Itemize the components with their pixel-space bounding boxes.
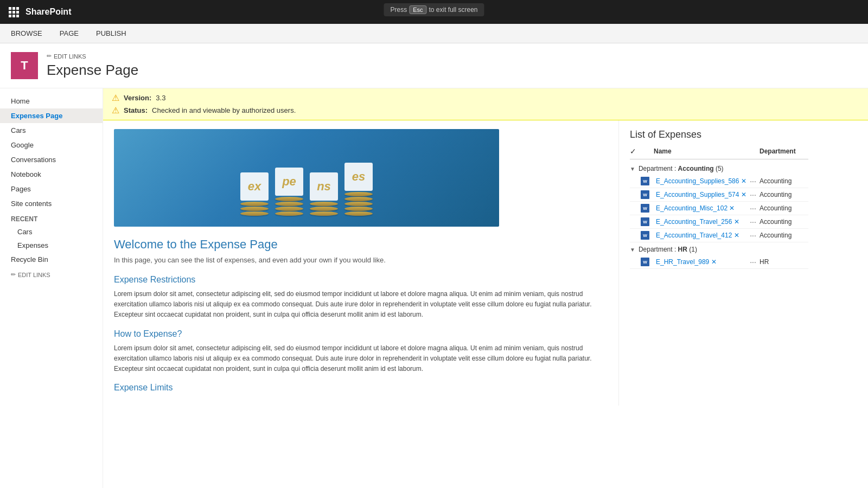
hero-image: ex pe — [114, 129, 499, 227]
sidebar-recent-expenses[interactable]: Expenses — [0, 239, 103, 252]
warning-icon-status: ⚠ — [112, 105, 119, 115]
file-name-3[interactable]: E_Accounting_Travel_256 ✕ — [656, 218, 746, 226]
name-header: Name — [654, 147, 760, 155]
pencil-icon: ✏ — [47, 53, 52, 60]
sidebar-item-conversations[interactable]: Conversations — [0, 152, 103, 167]
page-title: Expense Page — [47, 62, 138, 79]
main-content: ex pe — [103, 120, 868, 406]
section-body-0: Lorem ipsum dolor sit amet, consectetur … — [114, 289, 608, 320]
list-row: W E_Accounting_Supplies_586 ✕ ··· Accoun… — [630, 175, 808, 188]
coin-stack-pe: pe — [275, 168, 303, 216]
dept-header: Department — [760, 147, 808, 155]
check-header: ✓ — [630, 147, 641, 156]
doc-icon: W — [641, 231, 654, 240]
collapse-arrow-hr: ▼ — [630, 247, 635, 253]
coin-stacks: ex pe — [240, 163, 373, 216]
dept-value-1: Accounting — [760, 191, 808, 198]
coin-discs-ex — [240, 202, 269, 216]
esc-key: Esc — [409, 5, 426, 14]
more-button-1[interactable]: ··· — [746, 190, 760, 199]
coin-stack-ns: ns — [310, 172, 338, 216]
main-layout: Home Expenses Page Cars Google Conversat… — [0, 88, 868, 488]
coin-label-es: es — [344, 163, 373, 191]
more-button-2[interactable]: ··· — [746, 204, 760, 213]
welcome-title: Welcome to the Expense Page — [114, 237, 608, 252]
ribbon-tab-page[interactable]: PAGE — [58, 24, 81, 43]
status-value: Checked in and viewable by authorized us… — [152, 106, 296, 114]
coin-label-ex: ex — [240, 172, 269, 201]
ribbon-tab-browse[interactable]: BROWSE — [9, 24, 44, 43]
sidebar-item-google[interactable]: Google — [0, 138, 103, 152]
edit-links-top[interactable]: EDIT LINKS — [54, 53, 86, 60]
top-bar: SharePoint Press Esc to exit full screen — [0, 0, 868, 24]
version-value: 3.3 — [156, 94, 165, 102]
coin-discs-pe — [275, 197, 303, 216]
ribbon-tab-publish[interactable]: PUBLISH — [94, 24, 129, 43]
sidebar-item-expenses-page[interactable]: Expenses Page — [0, 108, 103, 123]
list-row: W E_Accounting_Travel_256 ✕ ··· Accounti… — [630, 215, 808, 229]
site-icon: T — [11, 52, 38, 79]
sidebar-item-pages[interactable]: Pages — [0, 182, 103, 196]
coin-discs-ns — [310, 202, 338, 216]
section-body-1: Lorem ipsum dolor sit amet, consectetur … — [114, 343, 608, 375]
sidebar: Home Expenses Page Cars Google Conversat… — [0, 88, 103, 488]
list-row: W E_Accounting_Travel_412 ✕ ··· Accounti… — [630, 229, 808, 242]
doc-icon: W — [641, 217, 654, 226]
doc-icon: W — [641, 177, 654, 185]
fullscreen-notice: Press Esc to exit full screen — [384, 3, 484, 16]
doc-icon: W — [641, 190, 654, 199]
doc-icon: W — [641, 204, 654, 213]
more-button-hr-0[interactable]: ··· — [746, 258, 760, 266]
content-left: ex pe — [103, 120, 618, 406]
dept-group-accounting[interactable]: ▼ Department : Accounting (5) — [630, 162, 808, 175]
sidebar-recent-cars[interactable]: Cars — [0, 225, 103, 239]
file-name-4[interactable]: E_Accounting_Travel_412 ✕ — [656, 232, 746, 239]
version-label: Version: — [124, 94, 151, 102]
pencil-icon-sidebar: ✏ — [11, 271, 16, 278]
sidebar-item-site-contents[interactable]: Site contents — [0, 196, 103, 211]
version-banner: ⚠ Version: 3.3 ⚠ Status: Checked in and … — [103, 88, 868, 120]
dept-group-hr[interactable]: ▼ Department : HR (1) — [630, 242, 808, 255]
page-header: T ✏ EDIT LINKS Expense Page — [0, 43, 868, 88]
file-name-0[interactable]: E_Accounting_Supplies_586 ✕ — [656, 177, 746, 185]
file-name-hr-0[interactable]: E_HR_Travel_989 ✕ — [656, 258, 746, 266]
app-title: SharePoint — [25, 7, 71, 17]
more-button-3[interactable]: ··· — [746, 217, 760, 226]
collapse-arrow-accounting: ▼ — [630, 166, 635, 172]
list-header: ✓ Name Department — [630, 147, 808, 159]
sidebar-item-home[interactable]: Home — [0, 94, 103, 108]
dept-value-4: Accounting — [760, 232, 808, 239]
coin-label-pe: pe — [275, 168, 303, 196]
dept-value-3: Accounting — [760, 218, 808, 226]
status-label: Status: — [124, 106, 148, 114]
dept-value-2: Accounting — [760, 204, 808, 212]
sidebar-item-cars[interactable]: Cars — [0, 123, 103, 138]
status-row: ⚠ Status: Checked in and viewable by aut… — [112, 105, 859, 115]
more-button-0[interactable]: ··· — [746, 177, 760, 185]
content-area: ⚠ Version: 3.3 ⚠ Status: Checked in and … — [103, 88, 868, 488]
sidebar-recycle-bin[interactable]: Recycle Bin — [0, 252, 103, 267]
coin-stack-es: es — [344, 163, 373, 216]
coin-label-ns: ns — [310, 172, 338, 201]
sidebar-item-notebook[interactable]: Notebook — [0, 167, 103, 182]
expenses-panel-title: List of Expenses — [630, 129, 808, 140]
list-row: W E_Accounting_Supplies_574 ✕ ··· Accoun… — [630, 188, 808, 202]
doc-icon: W — [641, 258, 654, 266]
section-title-0: Expense Restrictions — [114, 275, 608, 285]
dept-value-hr-0: HR — [760, 258, 808, 266]
warning-icon: ⚠ — [112, 93, 119, 103]
file-name-2[interactable]: E_Accounting_Misc_102 ✕ — [656, 204, 746, 212]
sidebar-edit-links-bottom[interactable]: ✏ EDIT LINKS — [0, 267, 103, 282]
coin-discs-es — [344, 192, 373, 216]
file-name-1[interactable]: E_Accounting_Supplies_574 ✕ — [656, 191, 746, 198]
ribbon: BROWSE PAGE PUBLISH — [0, 24, 868, 43]
expenses-panel: List of Expenses ✓ Name Department ▼ Dep… — [618, 120, 819, 406]
section-title-2: Expense Limits — [114, 383, 608, 393]
dept-name-accounting: Department : Accounting (5) — [639, 165, 724, 172]
list-row: W E_Accounting_Misc_102 ✕ ··· Accounting — [630, 202, 808, 215]
welcome-subtitle: In this page, you can see the list of ex… — [114, 256, 608, 264]
app-launcher-icon[interactable] — [9, 7, 19, 17]
dept-value-0: Accounting — [760, 177, 808, 185]
more-button-4[interactable]: ··· — [746, 231, 760, 240]
recent-section-label: Recent — [0, 211, 103, 225]
